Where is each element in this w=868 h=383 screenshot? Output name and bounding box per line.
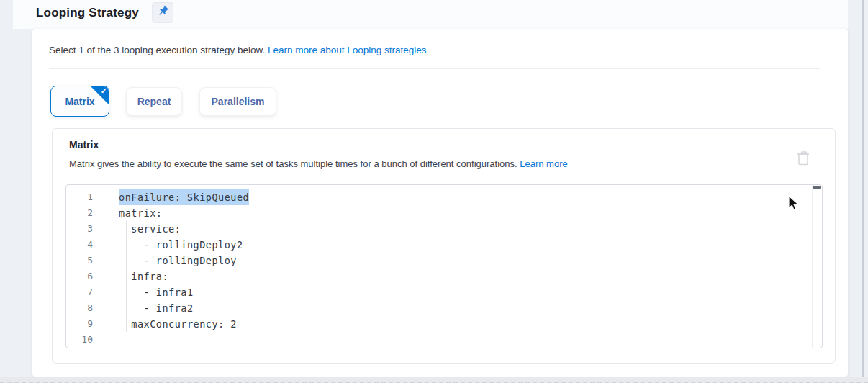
line-number: 1 xyxy=(66,189,93,205)
code-line[interactable]: 7 - infra1 xyxy=(66,284,812,300)
indent-guide xyxy=(126,237,127,253)
line-number: 3 xyxy=(66,221,93,237)
indent-guide xyxy=(126,253,127,269)
pin-icon xyxy=(157,5,169,20)
tab-repeat-label: Repeat xyxy=(137,96,171,107)
delete-button[interactable] xyxy=(795,149,813,168)
code-lines: 1 onFailure: SkipQueued 2 matrix: 3 serv… xyxy=(66,189,812,348)
code-line[interactable]: 8 - infra2 xyxy=(66,300,812,316)
indent-guide xyxy=(126,221,127,237)
trash-icon xyxy=(795,156,811,168)
yaml-code-editor[interactable]: 1 onFailure: SkipQueued 2 matrix: 3 serv… xyxy=(65,184,823,348)
tab-matrix[interactable]: Matrix ✓ xyxy=(50,86,109,117)
line-number: 4 xyxy=(66,237,93,253)
indent-guide xyxy=(145,300,145,316)
indent-guide xyxy=(145,237,145,253)
tab-matrix-label: Matrix xyxy=(65,96,94,107)
indent-guide xyxy=(126,316,127,332)
bottom-strip xyxy=(0,377,868,383)
page-title: Looping Strategy xyxy=(36,6,139,20)
divider xyxy=(49,68,820,69)
line-number: 9 xyxy=(66,316,93,332)
learn-more-link[interactable]: Learn more xyxy=(520,158,567,169)
code-text: - infra1 xyxy=(119,284,194,300)
tab-parallelism-label: Parallelism xyxy=(212,96,265,107)
indent-guide xyxy=(126,300,127,316)
code-line[interactable]: 4 - rollingDeploy2 xyxy=(66,237,812,253)
panel-resize-divider xyxy=(862,0,864,383)
indent-guide xyxy=(126,269,127,284)
line-number: 10 xyxy=(66,332,93,348)
looping-strategy-card: Select 1 of the 3 looping execution stra… xyxy=(32,29,848,377)
panel-heading: Matrix xyxy=(69,139,99,150)
intro-text: Select 1 of the 3 looping execution stra… xyxy=(49,45,427,55)
code-text: - infra2 xyxy=(119,300,194,316)
code-text: - rollingDeploy2 xyxy=(119,237,243,253)
tab-repeat[interactable]: Repeat xyxy=(126,87,182,116)
matrix-strategy-panel: Matrix Matrix gives the ability to execu… xyxy=(52,128,836,364)
checkmark-icon: ✓ xyxy=(101,86,107,96)
code-text: onFailure: SkipQueued xyxy=(119,189,249,205)
learn-more-strategies-link[interactable]: Learn more about Looping strategies xyxy=(268,45,427,55)
code-text: maxConcurrency: 2 xyxy=(119,316,237,332)
code-text: - rollingDeploy xyxy=(119,253,237,269)
code-line[interactable]: 2 matrix: xyxy=(66,205,812,221)
code-line[interactable]: 1 onFailure: SkipQueued xyxy=(66,189,812,205)
code-line[interactable]: 9 maxConcurrency: 2 xyxy=(66,316,812,332)
tab-parallelism[interactable]: Parallelism xyxy=(199,87,276,116)
header: Looping Strategy xyxy=(13,0,848,29)
indent-guide xyxy=(145,284,145,300)
panel-description-static: Matrix gives the ability to execute the … xyxy=(69,158,520,169)
editor-scrollbar[interactable] xyxy=(812,185,822,348)
code-line[interactable]: 5 - rollingDeploy xyxy=(66,253,812,269)
line-number: 8 xyxy=(66,300,93,316)
code-line[interactable]: 10 xyxy=(66,332,812,348)
code-line[interactable]: 3 service: xyxy=(66,221,812,237)
code-text: service: xyxy=(119,221,181,237)
scrollbar-thumb[interactable] xyxy=(813,186,821,189)
mouse-cursor-icon xyxy=(788,195,800,215)
code-text: matrix: xyxy=(119,205,162,221)
intro-text-static: Select 1 of the 3 looping execution stra… xyxy=(49,45,268,55)
line-number: 5 xyxy=(66,253,93,269)
indent-guide xyxy=(145,253,145,269)
line-number: 7 xyxy=(66,284,93,300)
pin-button[interactable] xyxy=(152,2,173,23)
line-number: 6 xyxy=(66,269,93,284)
code-line[interactable]: 6 infra: xyxy=(66,269,812,284)
panel-description: Matrix gives the ability to execute the … xyxy=(69,158,568,169)
line-number: 2 xyxy=(66,205,93,221)
indent-guide xyxy=(126,284,127,300)
